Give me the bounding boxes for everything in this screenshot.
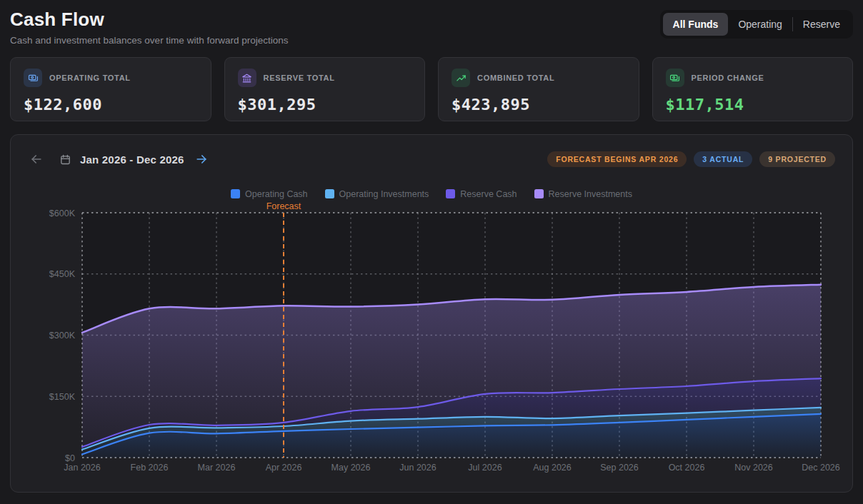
forecast-label: Forecast: [266, 202, 301, 211]
x-tick-label: Apr 2026: [266, 463, 302, 473]
x-tick-label: Feb 2026: [131, 463, 169, 473]
x-tick-label: Jan 2026: [64, 463, 100, 473]
x-tick-label: Jun 2026: [399, 463, 436, 473]
projected-count-badge: 9 PROJECTED: [759, 151, 835, 167]
previous-period-button[interactable]: [28, 151, 45, 168]
page-title: Cash Flow: [10, 9, 288, 31]
stat-card-value-3: $117,514: [666, 96, 840, 114]
title-block: Cash Flow Cash and investment balances o…: [10, 9, 288, 46]
page-subtitle: Cash and investment balances over time w…: [10, 35, 288, 46]
legend-swatch: [231, 189, 240, 198]
calendar-icon: [59, 153, 71, 166]
stat-card-head: OPERATING TOTAL: [24, 69, 198, 87]
bank-icon: [238, 69, 256, 87]
stat-card-label: PERIOD CHANGE: [692, 74, 764, 82]
tab-reserve[interactable]: Reserve: [793, 13, 850, 36]
stacked-area-bands: [82, 285, 821, 458]
topbar: Cash Flow Cash and investment balances o…: [10, 9, 853, 50]
chart-legend: Operating CashOperating InvestmentsReser…: [11, 188, 852, 200]
legend-label: Operating Investments: [339, 189, 429, 199]
stat-card-value-2: $423,895: [452, 96, 626, 114]
x-tick-label: Jul 2026: [468, 463, 502, 473]
stat-card-label: RESERVE TOTAL: [264, 74, 335, 82]
stat-cards-row: OPERATING TOTAL $122,600 RESERVE TOTAL $…: [10, 57, 853, 121]
stat-card-value-0: $122,600: [24, 96, 198, 114]
stat-card-period-change: PERIOD CHANGE $117,514: [652, 57, 854, 121]
stat-card-operating-total: OPERATING TOTAL $122,600: [10, 57, 211, 121]
y-tick-label: $450K: [49, 269, 76, 279]
y-axis-labels: $0$150K$300K$450K$600K: [49, 208, 76, 463]
forecast-begins-badge: FORECAST BEGINS APR 2026: [547, 151, 687, 167]
x-axis-labels: Jan 2026Feb 2026Mar 2026Apr 2026May 2026…: [64, 463, 840, 473]
cashflow-chart: Forecast$0$150K$300K$450K$600KJan 2026Fe…: [11, 202, 852, 492]
stat-card-reserve-total: RESERVE TOTAL $301,295: [224, 57, 426, 121]
legend-swatch: [534, 189, 544, 198]
trend-up-icon: [452, 69, 470, 87]
banknotes-icon: [666, 69, 684, 87]
x-tick-label: Dec 2026: [802, 463, 840, 473]
legend-label: Reserve Investments: [549, 189, 632, 199]
cash-flow-page: Cash Flow Cash and investment balances o…: [0, 0, 863, 504]
arrow-left-icon: [29, 152, 44, 166]
legend-label: Reserve Cash: [460, 189, 517, 199]
y-tick-label: $150K: [49, 392, 76, 402]
date-range-controls: Jan 2026 - Dec 2026: [28, 151, 210, 168]
y-tick-label: $0: [65, 453, 75, 463]
stat-card-value-1: $301,295: [238, 96, 412, 114]
x-tick-label: Oct 2026: [669, 463, 705, 473]
arrow-right-icon: [194, 152, 209, 166]
stat-card-label: OPERATING TOTAL: [49, 74, 131, 82]
stat-card-head: COMBINED TOTAL: [452, 69, 626, 87]
chart-badges: FORECAST BEGINS APR 2026 3 ACTUAL 9 PROJ…: [547, 151, 835, 167]
legend-item: Operating Investments: [325, 189, 429, 199]
stat-card-label: COMBINED TOTAL: [477, 74, 554, 82]
x-tick-label: Sep 2026: [600, 463, 639, 473]
stat-card-combined-total: COMBINED TOTAL $423,895: [438, 57, 639, 121]
legend-swatch: [325, 189, 334, 198]
actual-count-badge: 3 ACTUAL: [694, 151, 752, 167]
x-tick-label: May 2026: [331, 463, 371, 473]
fund-filter-tabs: All Funds Operating Reserve: [660, 10, 853, 39]
x-tick-label: Nov 2026: [734, 463, 773, 473]
tab-all-funds[interactable]: All Funds: [663, 13, 729, 36]
date-range-label: Jan 2026 - Dec 2026: [80, 153, 184, 166]
legend-label: Operating Cash: [245, 189, 308, 199]
banknotes-icon: [24, 69, 42, 87]
stat-card-head: RESERVE TOTAL: [238, 69, 412, 87]
x-tick-label: Aug 2026: [533, 463, 572, 473]
stat-card-head: PERIOD CHANGE: [666, 69, 840, 87]
chart-panel-header: Jan 2026 - Dec 2026 FORECAST BEGINS APR …: [28, 149, 835, 169]
x-tick-label: Mar 2026: [198, 463, 236, 473]
tab-operating[interactable]: Operating: [728, 13, 792, 36]
cash-flow-chart-panel: Jan 2026 - Dec 2026 FORECAST BEGINS APR …: [10, 134, 853, 493]
legend-swatch: [446, 189, 455, 198]
next-period-button[interactable]: [193, 151, 210, 168]
y-tick-label: $600K: [49, 208, 76, 218]
y-tick-label: $300K: [49, 331, 76, 341]
legend-item: Reserve Investments: [534, 189, 632, 199]
legend-item: Operating Cash: [231, 189, 308, 199]
legend-item: Reserve Cash: [446, 189, 517, 199]
